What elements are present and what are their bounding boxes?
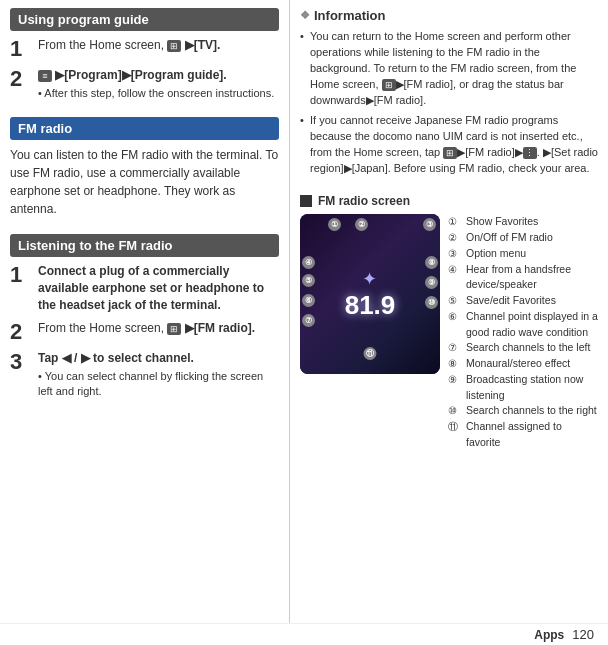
step-1-content: From the Home screen, ⊞ ▶[TV].	[38, 37, 220, 54]
ann-3: ③	[423, 218, 436, 231]
fm-intro-text: You can listen to the FM radio with the …	[10, 146, 279, 218]
legend-item-4: ④Hear from a handsfree device/speaker	[448, 262, 598, 294]
step-2-content: ≡ ▶[Program]▶[Program guide]. • After th…	[38, 67, 274, 101]
ann-1: ①	[328, 218, 341, 231]
info-bullet-1: You can return to the Home screen and pe…	[300, 29, 598, 109]
black-square-icon	[300, 195, 312, 207]
legend-item-8: ⑧Monaural/stereo effect	[448, 356, 598, 372]
listening-section: Listening to the FM radio 1 Connect a pl…	[10, 234, 279, 637]
fm-radio-header: FM radio	[10, 117, 279, 140]
lstep-number-3: 3	[10, 350, 32, 374]
info-bullet-2: If you cannot receive Japanese FM radio …	[300, 113, 598, 177]
fm-screen-inner: ① ② ③ ④ ⑤ ⑥ ⑦ ⑧ ⑨ ⑩ ⑪ ✦ 81	[300, 214, 440, 374]
page-number: 120	[572, 627, 594, 642]
ann-10: ⑩	[425, 296, 438, 309]
legend-item-10: ⑩Search channels to the right	[448, 403, 598, 419]
step-2-bullet: • After this step, follow the onscreen i…	[38, 86, 274, 101]
legend-item-1: ①Show Favorites	[448, 214, 598, 230]
fm-screen-label: FM radio screen	[300, 194, 598, 208]
lstep-1-content: Connect a plug of a commercially availab…	[38, 263, 279, 313]
apps-label: Apps	[534, 628, 564, 642]
ann-9: ⑨	[425, 276, 438, 289]
lstep-2-text: From the Home screen,	[38, 321, 167, 335]
ann-7: ⑦	[302, 314, 315, 327]
home-icon-3: ⊞	[382, 79, 396, 91]
ann-5: ⑤	[302, 274, 315, 287]
legend-item-2: ②On/Off of FM radio	[448, 230, 598, 246]
listening-header: Listening to the FM radio	[10, 234, 279, 257]
lstep-number-2: 2	[10, 320, 32, 344]
apps-icon: ⊞	[443, 147, 457, 159]
legend-item-6: ⑥Channel point displayed in a good radio…	[448, 309, 598, 341]
info-bullets-list: You can return to the Home screen and pe…	[300, 29, 598, 176]
ann-2: ②	[355, 218, 368, 231]
information-section: ❖ Information You can return to the Home…	[300, 8, 598, 186]
lstep-1: 1 Connect a plug of a commercially avail…	[10, 263, 279, 313]
home-icon: ⊞	[167, 40, 181, 52]
legend-item-3: ③Option menu	[448, 246, 598, 262]
lstep-3: 3 Tap ◀ / ▶ to select channel. • You can…	[10, 350, 279, 400]
info-title: ❖ Information	[300, 8, 598, 23]
lstep-2: 2 From the Home screen, ⊞ ▶[FM radio].	[10, 320, 279, 344]
ann-8: ⑧	[425, 256, 438, 269]
page-container: Using program guide 1 From the Home scre…	[0, 0, 608, 645]
lstep-1-bold: Connect a plug of a commercially availab…	[38, 264, 264, 312]
legend-item-9: ⑨Broadcasting station now listening	[448, 372, 598, 404]
menu-icon-2: ⋮	[523, 147, 537, 159]
step-1-text: From the Home screen,	[38, 38, 167, 52]
legend-list: ①Show Favorites ②On/Off of FM radio ③Opt…	[448, 214, 598, 450]
right-column: ❖ Information You can return to the Home…	[290, 0, 608, 645]
lstep-3-bold: Tap ◀ / ▶ to select channel.	[38, 351, 194, 365]
frequency-display: ✦ 81.9	[335, 268, 405, 321]
left-column: Using program guide 1 From the Home scre…	[0, 0, 290, 645]
step-2-bold: ▶[Program]▶[Program guide].	[55, 68, 226, 82]
menu-icon: ≡	[38, 70, 52, 82]
home-icon-2: ⊞	[167, 323, 181, 335]
step-2: 2 ≡ ▶[Program]▶[Program guide]. • After …	[10, 67, 279, 101]
step-1-bold: ▶[TV].	[185, 38, 221, 52]
lstep-2-bold: ▶[FM radio].	[185, 321, 255, 335]
legend-item-11: ⑪Channel assigned to favorite	[448, 419, 598, 451]
ann-6: ⑥	[302, 294, 315, 307]
step-number-2: 2	[10, 67, 32, 91]
fm-radio-section: FM radio You can listen to the FM radio …	[10, 117, 279, 224]
ann-11: ⑪	[364, 347, 377, 360]
fm-screen-image: ① ② ③ ④ ⑤ ⑥ ⑦ ⑧ ⑨ ⑩ ⑪ ✦ 81	[300, 214, 440, 374]
lstep-3-content: Tap ◀ / ▶ to select channel. • You can s…	[38, 350, 279, 400]
fm-screen-section: FM radio screen ① ② ③ ④ ⑤ ⑥ ⑦ ⑧ ⑨	[300, 194, 598, 456]
legend-item-7: ⑦Search channels to the left	[448, 340, 598, 356]
fm-screen-label-text: FM radio screen	[318, 194, 410, 208]
bottom-bar: Apps 120	[0, 623, 608, 645]
program-guide-section: Using program guide 1 From the Home scre…	[10, 8, 279, 107]
lstep-number-1: 1	[10, 263, 32, 287]
fm-frequency: 81.9	[345, 290, 396, 320]
legend-item-5: ⑤Save/edit Favorites	[448, 293, 598, 309]
fm-screen-container: ① ② ③ ④ ⑤ ⑥ ⑦ ⑧ ⑨ ⑩ ⑪ ✦ 81	[300, 214, 598, 450]
step-1: 1 From the Home screen, ⊞ ▶[TV].	[10, 37, 279, 61]
program-guide-header: Using program guide	[10, 8, 279, 31]
info-title-text: Information	[314, 8, 386, 23]
lstep-3-bullet: • You can select channel by flicking the…	[38, 369, 279, 400]
ann-4: ④	[302, 256, 315, 269]
step-number-1: 1	[10, 37, 32, 61]
diamond-icon: ❖	[300, 9, 310, 22]
lstep-2-content: From the Home screen, ⊞ ▶[FM radio].	[38, 320, 255, 337]
star-icon: ✦	[362, 269, 377, 289]
